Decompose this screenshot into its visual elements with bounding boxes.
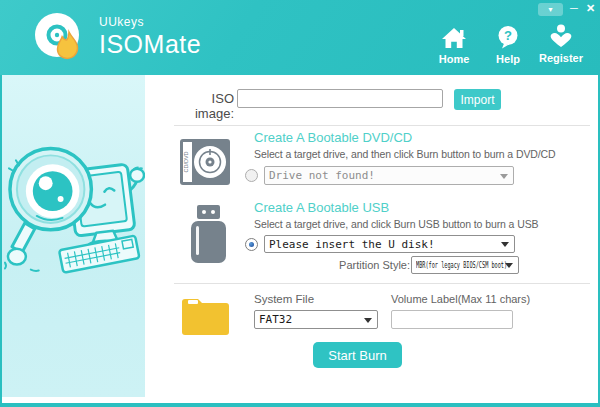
app-logo-disc-flame-icon: [32, 10, 86, 64]
iso-image-label: ISO image:: [170, 91, 234, 121]
chevron-down-icon: [505, 263, 513, 268]
dvd-radio[interactable]: [245, 169, 258, 182]
cd-dvd-drive-icon: CD/DVD: [179, 138, 231, 186]
divider: [174, 283, 590, 284]
iso-image-input[interactable]: [237, 89, 443, 108]
usb-drive-select-value: Please insert the U disk!: [269, 238, 435, 251]
import-button[interactable]: Import: [454, 89, 501, 110]
nav-help-label: Help: [496, 53, 520, 65]
volume-label-input[interactable]: [391, 310, 513, 329]
start-burn-button[interactable]: Start Burn: [313, 342, 402, 368]
nav-help-button[interactable]: ? Help: [487, 25, 529, 65]
register-icon: [547, 24, 575, 48]
dvd-section-subtitle: Select a target drive, and then click Bu…: [254, 148, 556, 160]
nav-register-label: Register: [539, 52, 583, 64]
usb-radio[interactable]: [245, 238, 258, 251]
window-close-button[interactable]: ✕: [583, 0, 598, 16]
divider: [174, 125, 590, 126]
app-window: UUkeys ISOMate ▼ ─ ✕ Home: [0, 0, 600, 407]
system-file-label: System File: [254, 293, 314, 305]
minimize-icon: ─: [570, 2, 578, 14]
mascot-computer-magnifier-illustration: [3, 137, 145, 279]
brand-titles: UUkeys ISOMate: [99, 15, 201, 59]
chevron-down-icon: [501, 242, 509, 247]
window-menu-button[interactable]: ▼: [538, 3, 563, 16]
content-area: ISO image: Import CD/DVD Create A Bootab…: [2, 75, 598, 403]
window-minimize-button[interactable]: ─: [565, 0, 583, 16]
home-icon: [441, 25, 467, 49]
chevron-down-icon: [500, 174, 508, 179]
nav-register-button[interactable]: Register: [533, 24, 589, 64]
question-mark-glyph: ?: [504, 28, 512, 43]
system-file-select[interactable]: FAT32: [254, 310, 378, 329]
usb-section-title: Create A Bootable USB: [254, 200, 389, 215]
sidebar-panel: [2, 75, 145, 397]
nav-home-button[interactable]: Home: [431, 25, 477, 65]
nav-home-label: Home: [439, 53, 470, 65]
close-icon: ✕: [586, 2, 595, 15]
partition-style-select-value: MBR(for legacy BIOS/CSM boot): [416, 260, 507, 270]
chevron-down-icon: ▼: [547, 6, 554, 13]
header-bar: UUkeys ISOMate ▼ ─ ✕ Home: [0, 0, 600, 75]
brand-name: UUkeys: [99, 15, 201, 29]
partition-style-label: Partition Style:: [322, 259, 410, 271]
dvd-drive-select[interactable]: Drive not found!: [264, 166, 514, 185]
chevron-down-icon: [364, 318, 372, 323]
usb-drive-icon: [188, 205, 229, 263]
usb-drive-select[interactable]: Please insert the U disk!: [264, 235, 515, 253]
volume-label-caption: Volume Label(Max 11 chars): [391, 293, 530, 305]
partition-style-select[interactable]: MBR(for legacy BIOS/CSM boot): [411, 256, 519, 274]
help-icon: ?: [496, 25, 520, 49]
system-file-select-value: FAT32: [259, 313, 292, 326]
app-title: ISOMate: [99, 30, 201, 59]
dvd-drive-select-value: Drive not found!: [269, 169, 375, 182]
usb-section-subtitle: Select a target drive, and click Burn US…: [254, 218, 538, 230]
dvd-section-title: Create A Bootable DVD/CD: [254, 130, 412, 145]
cd-dvd-icon-label: CD/DVD: [183, 151, 189, 172]
folder-icon: [179, 293, 232, 338]
